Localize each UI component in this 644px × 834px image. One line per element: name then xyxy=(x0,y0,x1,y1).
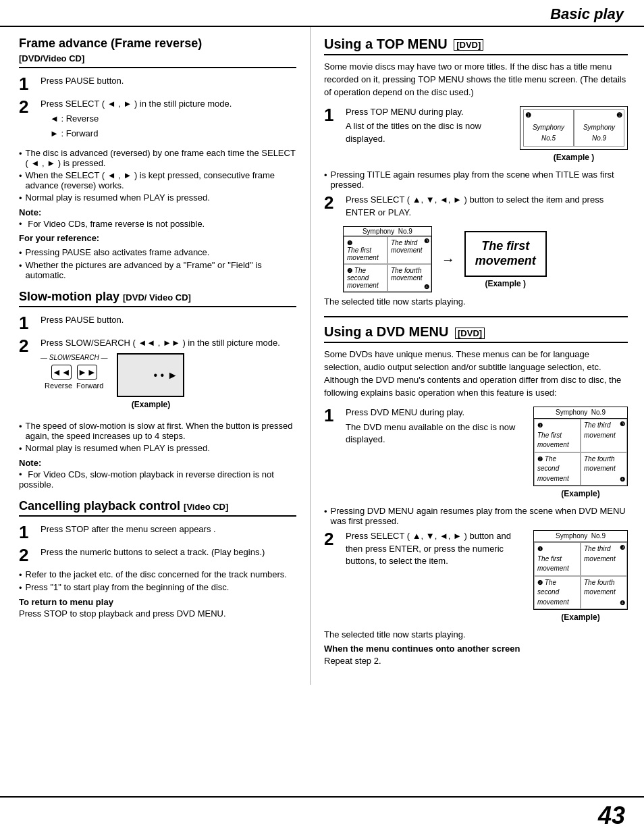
example-label: (Example) xyxy=(132,399,170,411)
sym-grid-header: Symphony No.9 xyxy=(344,227,431,236)
bullet-item: • When the SELECT ( ◄ , ► ) is kept pres… xyxy=(19,170,296,190)
slowmotion-step1: 1 Press PAUSE button. xyxy=(19,314,296,332)
step2-content: Press the numeric buttons to select a tr… xyxy=(41,546,296,559)
bullet-item: • Press "1" to start play from the begin… xyxy=(19,582,296,593)
tm-num-2: ❷ xyxy=(616,111,622,121)
step-number-2: 2 xyxy=(324,194,343,211)
main-content: Frame advance (Frame reverse) [DVD/Video… xyxy=(0,27,644,685)
ref-label: For your reference: xyxy=(19,233,296,243)
step-number-2: 2 xyxy=(324,530,343,548)
bullet-dot: • xyxy=(19,149,22,159)
bullet-item: • Pressing DVD MENU again resumes play f… xyxy=(324,506,628,526)
example-label: (Example) xyxy=(561,612,599,623)
dvd-grid-row-top: ❶ The firstmovement ❸ The thirdmovement xyxy=(534,419,627,452)
dvd-grid-header: Symphony No.9 xyxy=(534,407,627,419)
bullet-item: • Normal play is resumed when PLAY is pr… xyxy=(19,192,296,203)
top-menu-selected-text: The selected title now starts playing. xyxy=(324,296,628,307)
bullet-dot: • xyxy=(19,248,22,258)
btn-labels: Reverse Forward xyxy=(45,381,103,392)
dvd-diagram1: Symphony No.9 ❶ The firstmovement ❸ xyxy=(533,407,628,500)
step-number-2: 2 xyxy=(19,337,38,355)
dvd-grid2-row-bot: ❷ The secondmovement ❹ The fourthmovemen… xyxy=(534,576,627,610)
return-label: To return to menu play xyxy=(19,597,296,607)
dvd-menu-section: Using a DVD MENU [DVD] Some DVDs have un… xyxy=(324,324,628,665)
step-number-1: 1 xyxy=(19,523,38,541)
cancelling-step2: 2 Press the numeric buttons to select a … xyxy=(19,546,296,564)
bullet-dot: • xyxy=(19,171,22,181)
dvd-when-continues-label: When the menu continues onto another scr… xyxy=(324,644,628,654)
dvd-step1: 1 Press DVD MENU during play. The DVD me… xyxy=(324,407,628,500)
btn-row: ◄◄ ►► xyxy=(51,365,97,380)
dvd-diagram2: Symphony No.9 ❶ The firstmovement ❸ xyxy=(533,530,628,624)
dvd2-cell-bl: ❷ The secondmovement xyxy=(534,576,581,610)
sym-grid-row-top: ❶ The firstmovement ❸ The thirdmovement xyxy=(344,236,431,264)
bullet-item: • The speed of slow-motion is slow at fi… xyxy=(19,421,296,441)
dvd-grid2-row-top: ❶ The firstmovement ❸ The thirdmovement xyxy=(534,542,627,576)
example-area: • • ► (Example) xyxy=(117,353,184,411)
step2-content: Press SLOW/SEARCH ( ◄◄ , ►► ) in the sti… xyxy=(41,337,296,415)
slowmo-screen: • • ► xyxy=(117,353,184,397)
step1-text: Press TOP MENU during play. A list of th… xyxy=(346,106,514,149)
dvd2-cell-br: ❹ The fourthmovement xyxy=(581,576,627,610)
step1-content: Press TOP MENU during play. A list of th… xyxy=(346,106,628,164)
slowmotion-section: Slow-motion play [DVD/ Video CD] 1 Press… xyxy=(19,290,296,490)
tm-header-row: ❶ SymphonyNo.5 ❷ SymphonyNo.9 xyxy=(523,109,624,147)
right-column: Using a TOP MENU [DVD] Some movie discs … xyxy=(311,27,644,685)
note-text: • For Video CDs, slow-motion playback in… xyxy=(19,469,296,490)
dvd-cell-bl: ❷ The secondmovement xyxy=(534,452,581,486)
frame-advance-step1: 1 Press PAUSE button. xyxy=(19,75,296,93)
dvd2-cell-tl: ❶ The firstmovement xyxy=(534,542,581,576)
top-menu-step2: 2 Press SELECT ( ▲, ▼, ◄, ► ) button to … xyxy=(324,194,628,221)
frame-advance-bullets: • The disc is advanced (reversed) by one… xyxy=(19,148,296,203)
dvd-cell-tr: ❸ The thirdmovement xyxy=(581,419,627,452)
top-menu-bullets: • Pressing TITLE again resumes play from… xyxy=(324,170,628,190)
bullet-dot: • xyxy=(19,583,22,593)
step1-row: Press DVD MENU during play. The DVD menu… xyxy=(346,407,628,500)
tm-cell-left: ❶ SymphonyNo.5 xyxy=(523,109,574,147)
cancelling-step1: 1 Press STOP after the menu screen appea… xyxy=(19,523,296,541)
note-label: Note: xyxy=(19,207,296,217)
first-movement-box: The firstmovement xyxy=(464,231,547,276)
dvd-step2: 2 Press SELECT ( ▲, ▼, ◄, ► ) button and… xyxy=(324,530,628,624)
section-divider xyxy=(324,316,628,317)
top-menu-grid-area: Symphony No.9 ❶ The firstmovement ❸ The … xyxy=(343,226,628,292)
page: Basic play Frame advance (Frame reverse)… xyxy=(0,0,644,834)
sym-grid: Symphony No.9 ❶ The firstmovement ❸ The … xyxy=(343,226,432,292)
ref-bullets: • Pressing PAUSE also activates frame ad… xyxy=(19,247,296,280)
cancelling-bullets: • Refer to the jacket etc. of the disc c… xyxy=(19,569,296,593)
step1-content: Press STOP after the menu screen appears… xyxy=(41,523,296,536)
top-menu-step1: 1 Press TOP MENU during play. A list of … xyxy=(324,106,628,164)
step2-text: Press SELECT ( ▲, ▼, ◄, ► ) button and t… xyxy=(346,530,528,571)
dvd-cell-tl: ❶ The firstmovement xyxy=(534,419,581,452)
first-movement-area: The firstmovement (Example ) xyxy=(464,231,547,288)
frame-advance-step2: 2 Press SELECT ( ◄ , ► ) in the still pi… xyxy=(19,98,296,142)
example-label: (Example ) xyxy=(485,279,526,288)
frame-advance-title: Frame advance (Frame reverse) [DVD/Video… xyxy=(19,36,296,68)
arrow-right-icon: → xyxy=(437,252,459,267)
sym-cell-br: ❹ The fourthmovement xyxy=(387,264,431,292)
dvd-menu-intro: Some DVDs have unique menus. These menus… xyxy=(324,348,628,399)
dvd-grid2: Symphony No.9 ❶ The firstmovement ❸ xyxy=(533,530,628,610)
dvd-grid: Symphony No.9 ❶ The firstmovement ❸ xyxy=(533,407,628,487)
dvd-bullets: • Pressing DVD MENU again resumes play f… xyxy=(324,506,628,526)
dvd-cell-br: ❹ The fourthmovement xyxy=(581,452,627,486)
page-number: 43 xyxy=(598,802,625,830)
sym-cell-tr: ❸ The thirdmovement xyxy=(387,236,431,264)
sym-grid-area: Symphony No.9 ❶ The firstmovement ❸ The … xyxy=(343,226,432,292)
left-column: Frame advance (Frame reverse) [DVD/Video… xyxy=(0,27,311,685)
bullet-dot: • xyxy=(324,506,327,517)
dvd-grid2-header: Symphony No.9 xyxy=(534,531,627,543)
example-label: (Example ) xyxy=(554,152,595,163)
step2-content: Press SELECT ( ◄ , ► ) in the still pict… xyxy=(41,98,296,142)
tm-num-1: ❶ xyxy=(525,111,531,121)
bullet-dot: • xyxy=(19,193,22,203)
slowmo-diagram: — SLOW/SEARCH — ◄◄ ►► Reverse Forward xyxy=(41,353,296,411)
page-header: Basic play xyxy=(0,0,644,27)
example-label: (Example) xyxy=(561,488,599,500)
bullet-item: • Whether the pictures are advanced by a… xyxy=(19,260,296,280)
frame-advance-section: Frame advance (Frame reverse) [DVD/Video… xyxy=(19,36,296,280)
dvd-selected-text: The selected title now starts playing. xyxy=(324,629,628,640)
sym-grid-row-bot: ❷ The secondmovement ❹ The fourthmovemen… xyxy=(344,264,431,292)
sym-cell-tl: ❶ The firstmovement xyxy=(344,236,387,264)
fastforward-button: ►► xyxy=(77,365,97,380)
